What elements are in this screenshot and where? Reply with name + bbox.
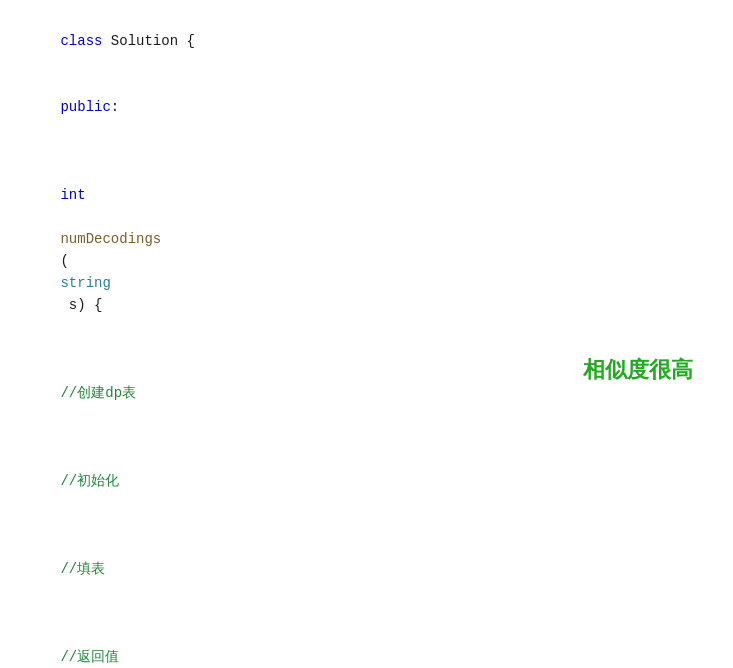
- text: Solution {: [102, 33, 194, 49]
- code-line-1: class Solution {: [0, 8, 733, 74]
- param-type: string: [60, 275, 110, 291]
- keyword-public: public: [60, 99, 110, 115]
- function-name: numDecodings: [60, 231, 161, 247]
- comment: //创建dp表: [60, 385, 136, 401]
- comment: //初始化: [60, 473, 119, 489]
- code-line-6: //填表: [0, 514, 733, 602]
- comment: //填表: [60, 561, 105, 577]
- comment: //返回值: [60, 649, 119, 665]
- code-line-5: //初始化: [0, 426, 733, 514]
- code-line-2: public:: [0, 74, 733, 140]
- code-container: class Solution { public: int numDecoding…: [0, 0, 733, 668]
- keyword-class: class: [60, 33, 102, 49]
- code-line-3: int numDecodings ( string s) {: [0, 140, 733, 338]
- similar-label: 相似度很高: [583, 355, 693, 385]
- code-line-7: //返回值: [0, 602, 733, 668]
- keyword-int: int: [60, 187, 85, 203]
